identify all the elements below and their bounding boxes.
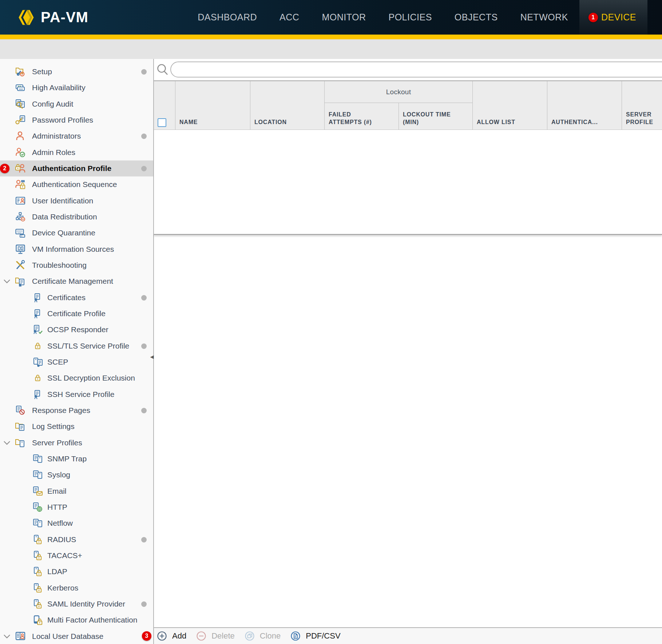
sidebar-item-label: Multi Factor Authentication [47, 616, 153, 624]
sidebar-item-high-availability[interactable]: High Availability [0, 80, 153, 96]
sidebar-item-saml-identity-provider[interactable]: SAML Identity Provider [0, 596, 153, 612]
config-audit-icon [15, 98, 26, 110]
clone-icon [244, 631, 255, 641]
sidebar-item-device-quarantine[interactable]: Device Quarantine [0, 225, 153, 241]
ocsp-responder-icon [32, 324, 44, 335]
chevron-down-icon[interactable] [3, 440, 11, 446]
sidebar-item-password-profiles[interactable]: Password Profiles [0, 112, 153, 128]
nav-tab-label: OBJECTS [455, 12, 498, 23]
server-doc-icon [32, 469, 44, 481]
sidebar-item-email[interactable]: Email [0, 483, 153, 499]
sidebar-item-ocsp-responder[interactable]: OCSP Responder [0, 322, 153, 338]
sidebar-item-netflow[interactable]: Netflow [0, 515, 153, 531]
sidebar-item-troubleshooting[interactable]: Troubleshooting [0, 257, 153, 273]
sidebar-item-label: OCSP Responder [47, 325, 153, 334]
sidebar-item-ssl-tls-service-profile[interactable]: SSL/TLS Service Profile [0, 338, 153, 354]
sidebar-item-http[interactable]: HTTP [0, 499, 153, 515]
nav-tab-label: POLICIES [389, 12, 432, 23]
sidebar-item-syslog[interactable]: Syslog [0, 467, 153, 483]
sidebar-item-label: HTTP [47, 503, 153, 512]
sidebar-item-label: Netflow [47, 519, 153, 528]
authentication-profile-icon [15, 163, 26, 174]
sidebar-item-response-pages[interactable]: Response Pages [0, 402, 153, 418]
sidebar-item-ssl-decryption-exclusion[interactable]: SSL Decryption Exclusion [0, 370, 153, 386]
sidebar-collapse-handle[interactable]: ◀ [150, 353, 154, 360]
data-redistribution-icon [15, 211, 26, 223]
troubleshooting-icon [15, 259, 26, 271]
sidebar-item-radius[interactable]: RADIUS [0, 532, 153, 548]
server-lock-icon [32, 582, 44, 594]
nav-tab-label: DEVICE [601, 12, 636, 23]
sidebar-item-local-user-database[interactable]: Local User Database [0, 628, 153, 644]
column-header-location[interactable]: LOCATION [250, 81, 325, 130]
accent-bar [0, 35, 662, 39]
column-header-lockout-time[interactable]: LOCKOUT TIME (MIN) [399, 103, 473, 130]
high-availability-icon [15, 82, 26, 94]
local-user-database-icon [15, 631, 26, 642]
column-header-name[interactable]: NAME [175, 81, 250, 130]
nav-tab-acc[interactable]: ACC [268, 0, 310, 35]
nav-tab-device[interactable]: 1DEVICE [579, 0, 647, 35]
nav-tab-policies[interactable]: POLICIES [377, 0, 443, 35]
nav-tab-monitor[interactable]: MONITOR [310, 0, 377, 35]
column-header-authentication[interactable]: AUTHENTICA... [547, 81, 622, 130]
sidebar-item-config-audit[interactable]: Config Audit [0, 96, 153, 112]
toolbar-button-label: PDF/CSV [306, 631, 340, 641]
sidebar-item-label: SSL Decryption Exclusion [47, 374, 153, 382]
http-icon [32, 501, 44, 513]
sidebar-item-log-settings[interactable]: Log Settings [0, 418, 153, 434]
sidebar-item-label: Admin Roles [32, 148, 153, 157]
nav-tab-network[interactable]: NETWORK [509, 0, 579, 35]
sidebar-item-scep[interactable]: SCEP [0, 354, 153, 370]
top-nav: PA-VM DASHBOARDACCMONITORPOLICIESOBJECTS… [0, 0, 662, 35]
sidebar-item-label: SAML Identity Provider [47, 600, 153, 608]
search-input[interactable] [170, 61, 662, 77]
nav-tab-objects[interactable]: OBJECTS [443, 0, 509, 35]
bottom-toolbar: AddDeleteClonePDF/CSV [154, 627, 662, 644]
sidebar-item-multi-factor-authentication[interactable]: Multi Factor Authentication [0, 612, 153, 628]
chevron-down-icon[interactable] [3, 633, 11, 639]
sidebar-item-vm-information-sources[interactable]: VM Information Sources [0, 241, 153, 257]
pdf-csv-button[interactable]: PDF/CSV [290, 631, 340, 641]
annotation-badge-1: 1 [588, 13, 598, 22]
sidebar-item-snmp-trap[interactable]: SNMP Trap [0, 451, 153, 467]
sidebar-item-ssh-service-profile[interactable]: SSH Service Profile [0, 386, 153, 402]
column-header-allow-list[interactable]: ALLOW LIST [473, 81, 547, 130]
sidebar-item-label: Authentication Sequence [32, 180, 153, 189]
vm-information-sources-icon [15, 243, 26, 255]
sidebar-item-authentication-sequence[interactable]: Authentication Sequence [0, 176, 153, 192]
nav-tab-dashboard[interactable]: DASHBOARD [186, 0, 268, 35]
column-header-failed-attempts[interactable]: FAILED ATTEMPTS (#) [325, 103, 399, 130]
clone-button: Clone [244, 631, 281, 641]
annotation-badge-2: 2 [0, 164, 9, 173]
sidebar-item-ldap[interactable]: LDAP [0, 564, 153, 580]
secondary-bar [0, 39, 662, 59]
sidebar-item-certificates[interactable]: Certificates [0, 290, 153, 306]
nav-tab-label: NETWORK [520, 12, 568, 23]
sidebar-item-data-redistribution[interactable]: Data Redistribution [0, 209, 153, 225]
status-dot [141, 343, 147, 349]
column-header-server-profile[interactable]: SERVER PROFILE [622, 81, 662, 130]
sidebar-item-kerberos[interactable]: Kerberos [0, 580, 153, 596]
sidebar-item-server-profiles[interactable]: Server Profiles [0, 435, 153, 451]
chevron-down-icon[interactable] [3, 278, 11, 284]
email-icon [32, 485, 44, 497]
sidebar-item-admin-roles[interactable]: Admin Roles [0, 144, 153, 160]
add-button[interactable]: Add [156, 631, 186, 641]
sidebar-item-authentication-profile[interactable]: 2Authentication Profile [0, 160, 153, 176]
sidebar-item-label: Email [47, 487, 153, 496]
delete-button: Delete [196, 631, 235, 641]
sidebar-item-certificate-management[interactable]: Certificate Management [0, 273, 153, 289]
status-dot [141, 295, 147, 301]
sidebar-item-administrators[interactable]: Administrators [0, 128, 153, 144]
authentication-sequence-icon [15, 179, 26, 190]
sidebar-item-label: Setup [32, 67, 153, 76]
sidebar-item-setup[interactable]: Setup [0, 64, 153, 80]
sidebar-item-certificate-profile[interactable]: Certificate Profile [0, 306, 153, 322]
select-all-checkbox[interactable] [158, 118, 166, 127]
server-lock-icon [32, 550, 44, 561]
select-all-cell [154, 81, 175, 130]
sidebar-item-tacacs-[interactable]: TACACS+ [0, 548, 153, 564]
sidebar-item-label: Administrators [32, 132, 153, 140]
sidebar-item-user-identification[interactable]: User Identification [0, 193, 153, 209]
